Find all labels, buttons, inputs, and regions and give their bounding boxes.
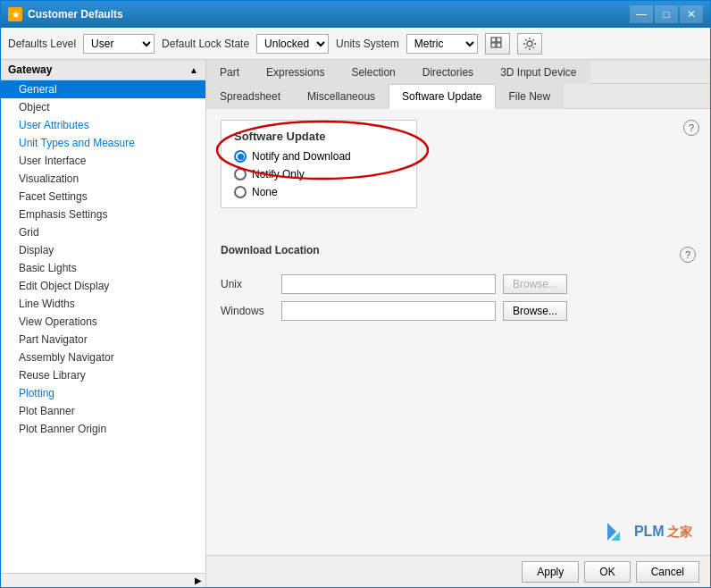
grid-icon-button[interactable] xyxy=(485,33,510,55)
bottom-bar: Apply OK Cancel xyxy=(206,555,710,587)
windows-input[interactable] xyxy=(281,301,496,321)
window-icon: ★ xyxy=(8,7,22,21)
windows-label: Windows xyxy=(221,305,274,317)
sidebar-item-reuse-library[interactable]: Reuse Library xyxy=(1,366,205,384)
radio-notify-only[interactable]: Notify Only xyxy=(234,168,404,181)
gear-icon xyxy=(523,37,537,51)
sidebar-item-grid[interactable]: Grid xyxy=(1,223,205,241)
defaults-level-select[interactable]: User xyxy=(83,34,155,54)
sidebar-item-facet-settings[interactable]: Facet Settings xyxy=(1,188,205,206)
svg-rect-3 xyxy=(497,43,501,47)
right-panel: Part Expressions Selection Directories 3… xyxy=(206,60,710,587)
svg-rect-1 xyxy=(497,38,501,42)
download-location-section: Download Location ? Unix Browse... Windo… xyxy=(221,244,696,321)
maximize-button[interactable]: □ xyxy=(655,5,678,23)
sidebar-item-object[interactable]: Object xyxy=(1,98,205,116)
plm-logo xyxy=(598,516,631,548)
software-update-box: Software Update Notify and Download Noti… xyxy=(221,120,417,208)
sidebar-item-plot-banner[interactable]: Plot Banner xyxy=(1,402,205,420)
tab-row-2: Spreadsheet Miscellaneous Software Updat… xyxy=(206,84,710,109)
defaults-level-label: Defaults Level xyxy=(8,38,76,50)
lock-state-label: Default Lock State xyxy=(162,38,249,50)
cancel-button[interactable]: Cancel xyxy=(636,561,699,583)
tab-selection[interactable]: Selection xyxy=(338,60,408,84)
unix-row: Unix Browse... xyxy=(221,274,696,294)
tab-3d-input-device[interactable]: 3D Input Device xyxy=(487,60,590,84)
tab-miscellaneous[interactable]: Miscellaneous xyxy=(294,84,389,109)
radio-none-circle xyxy=(234,186,247,198)
sidebar-item-emphasis-settings[interactable]: Emphasis Settings xyxy=(1,206,205,223)
ok-button[interactable]: OK xyxy=(584,561,630,583)
sidebar-item-user-attributes[interactable]: User Attributes xyxy=(1,116,205,134)
sidebar-item-basic-lights[interactable]: Basic Lights xyxy=(1,259,205,277)
window-title: Customer Defaults xyxy=(28,8,630,21)
sidebar-item-edit-object-display[interactable]: Edit Object Display xyxy=(1,277,205,295)
sidebar-item-general[interactable]: General xyxy=(1,80,205,98)
unix-browse-button[interactable]: Browse... xyxy=(503,274,567,294)
minimize-button[interactable]: — xyxy=(630,5,653,23)
main-content: Gateway ▲ General Object User Attributes… xyxy=(1,60,710,587)
title-controls: — □ ✕ xyxy=(630,5,703,23)
main-window: ★ Customer Defaults — □ ✕ Defaults Level… xyxy=(0,0,711,588)
settings-icon-button[interactable] xyxy=(517,33,542,55)
title-bar: ★ Customer Defaults — □ ✕ xyxy=(1,1,710,28)
windows-row: Windows Browse... xyxy=(221,301,696,321)
sidebar-item-unit-types[interactable]: Unit Types and Measure xyxy=(1,134,205,152)
radio-notify-download-label: Notify and Download xyxy=(252,150,351,163)
svg-point-4 xyxy=(527,41,532,46)
radio-none-label: None xyxy=(252,186,278,198)
tab-part[interactable]: Part xyxy=(206,60,253,84)
sidebar-bottom: ▶ xyxy=(1,573,205,587)
radio-notify-only-label: Notify Only xyxy=(252,168,305,181)
sidebar-item-plot-banner-origin[interactable]: Plot Banner Origin xyxy=(1,420,205,438)
sidebar-item-plotting[interactable]: Plotting xyxy=(1,384,205,402)
radio-none[interactable]: None xyxy=(234,186,404,198)
tab-software-update[interactable]: Software Update xyxy=(389,84,495,109)
units-system-select[interactable]: Metric xyxy=(406,34,478,54)
radio-notify-download[interactable]: Notify and Download xyxy=(234,150,404,163)
watermark: PLM 之家 xyxy=(598,516,692,548)
units-system-label: Units System xyxy=(336,38,399,50)
unix-label: Unix xyxy=(221,278,274,290)
svg-rect-2 xyxy=(491,43,496,47)
svg-rect-0 xyxy=(491,38,496,42)
sidebar-item-line-widths[interactable]: Line Widths xyxy=(1,295,205,313)
help-icon[interactable]: ? xyxy=(683,120,699,136)
plm-text: PLM xyxy=(634,524,665,539)
scroll-right-icon[interactable]: ▶ xyxy=(195,575,202,585)
sidebar-item-assembly-navigator[interactable]: Assembly Navigator xyxy=(1,349,205,366)
grid-icon xyxy=(490,37,505,51)
tab-spreadsheet[interactable]: Spreadsheet xyxy=(206,84,294,109)
sidebar-collapse-icon[interactable]: ▲ xyxy=(189,65,198,75)
apply-button[interactable]: Apply xyxy=(522,561,579,583)
sidebar-item-visualization[interactable]: Visualization xyxy=(1,170,205,188)
sidebar-item-view-operations[interactable]: View Operations xyxy=(1,313,205,331)
download-location-title: Download Location xyxy=(221,244,320,256)
close-button[interactable]: ✕ xyxy=(680,5,703,23)
toolbar: Defaults Level User Default Lock State U… xyxy=(1,28,710,60)
tab-directories[interactable]: Directories xyxy=(409,60,487,84)
sidebar: Gateway ▲ General Object User Attributes… xyxy=(1,60,206,587)
sidebar-item-part-navigator[interactable]: Part Navigator xyxy=(1,331,205,349)
sidebar-scroll[interactable]: General Object User Attributes Unit Type… xyxy=(1,80,205,573)
sidebar-header: Gateway ▲ xyxy=(1,60,205,80)
zhi-text: 之家 xyxy=(667,525,692,539)
radio-notify-only-circle xyxy=(234,168,247,181)
radio-group: Notify and Download Notify Only None xyxy=(234,150,404,198)
windows-browse-button[interactable]: Browse... xyxy=(503,301,567,321)
lock-state-select[interactable]: Unlocked xyxy=(256,34,329,54)
unix-input[interactable] xyxy=(281,274,496,294)
sidebar-item-display[interactable]: Display xyxy=(1,241,205,259)
tab-expressions[interactable]: Expressions xyxy=(253,60,338,84)
download-help-icon[interactable]: ? xyxy=(680,247,696,263)
tab-row-1: Part Expressions Selection Directories 3… xyxy=(206,60,710,84)
radio-notify-download-circle xyxy=(234,150,247,163)
panel-content: ? Software Update Notify and Download xyxy=(206,109,710,555)
tab-file-new[interactable]: File New xyxy=(496,84,565,109)
sidebar-item-user-interface[interactable]: User Interface xyxy=(1,152,205,170)
software-update-title: Software Update xyxy=(234,130,404,143)
